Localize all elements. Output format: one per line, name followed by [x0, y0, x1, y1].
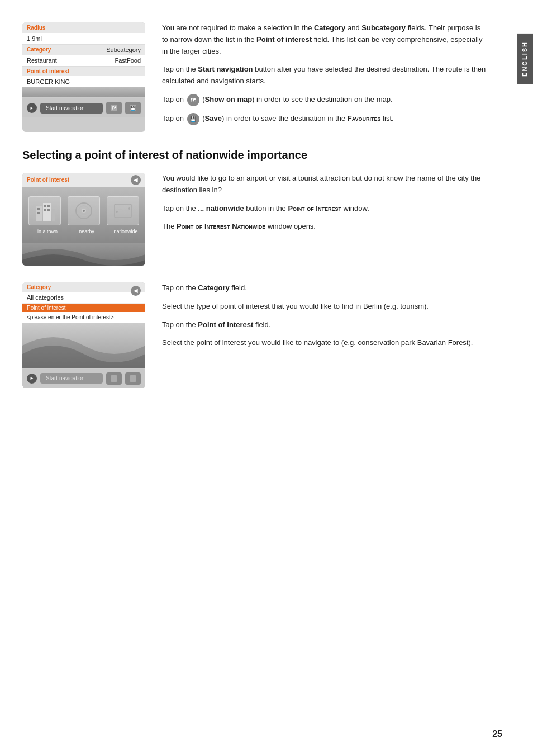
middle-right-text: You would like to go to an airport or vi… [162, 173, 488, 266]
middle-section: Point of interest ◀ [22, 173, 488, 266]
poi-value: BURGER KING [27, 78, 70, 85]
device-footer-top: ► Start navigation 🗺 💾 [22, 98, 145, 117]
cat-header-label: Category [27, 284, 51, 290]
svg-rect-11 [44, 209, 46, 211]
all-categories-value: All categories [27, 294, 64, 301]
favorites-label: Favourites [348, 114, 381, 122]
show-on-map-icon-inline: 🗺 [187, 94, 199, 106]
poi-window-label: Point of Interest [288, 204, 341, 212]
start-navigation-button[interactable]: Start navigation [40, 103, 103, 114]
device-mockup-bottom: ◀ Category All categories Point of inter… [22, 282, 145, 388]
section-heading: Selecting a point of interest of nationw… [22, 149, 488, 162]
poi-nearby[interactable]: ... nearby [68, 196, 100, 234]
page-number: 25 [492, 729, 502, 739]
poi-nationwide-window-label: Point of Interest Nationwide [177, 222, 265, 230]
poi-screen-label: Point of interest [27, 177, 69, 183]
back-arrow-bottom-icon: ◀ [131, 286, 141, 296]
poi-nearby-box [68, 196, 100, 225]
poi-screen-header: Point of interest ◀ [22, 173, 145, 187]
back-arrow-icon: ◀ [131, 175, 141, 185]
top-right-text: You are not required to make a selection… [162, 22, 488, 132]
bottom-paragraph-3: Tap on the Point of interest field. [162, 319, 488, 331]
radius-value: 1.9mi [27, 35, 42, 42]
poi-value-row: BURGER KING [22, 76, 145, 87]
svg-rect-6 [52, 209, 55, 221]
cat-poi-label-text: Point of interest [27, 305, 65, 311]
poi-in-a-town[interactable]: ... in a town [28, 196, 61, 234]
top-section: Radius 1.9mi Category Subcategory Restau… [22, 22, 488, 132]
subcategory-value: FastFood [115, 57, 141, 64]
svg-text:💾: 💾 [130, 105, 136, 111]
radius-label: Radius [27, 25, 45, 31]
middle-paragraph-3: The Point of Interest Nationwide window … [162, 221, 488, 233]
save-button-bottom[interactable] [125, 372, 141, 385]
poi-label-text: Point of interest [27, 68, 69, 74]
nav-arrow-icon: ► [27, 103, 37, 113]
poi-nationwide[interactable]: ... nationwide [107, 196, 139, 234]
device-mockup-middle: Point of interest ◀ [22, 173, 145, 266]
nav-arrow-icon-bottom: ► [27, 374, 37, 384]
device-radius-header: Radius [22, 22, 145, 33]
middle-paragraph-2: Tap on the ... nationwide button in the … [162, 203, 488, 215]
category-header: Category [27, 46, 51, 53]
cat-empty-bg [22, 323, 145, 368]
start-nav-label: Start navigation [46, 105, 85, 111]
svg-text:🗺: 🗺 [112, 106, 117, 111]
svg-rect-8 [37, 212, 40, 214]
poi-wave-bg [22, 243, 145, 266]
svg-rect-7 [37, 208, 40, 210]
svg-point-18 [116, 211, 118, 213]
poi-in-a-town-box [28, 196, 61, 225]
cat-poi-field: <please enter the Point of interest> [22, 312, 145, 323]
svg-rect-21 [130, 375, 136, 382]
svg-point-16 [83, 210, 85, 212]
cat-poi-placeholder: <please enter the Point of interest> [27, 314, 114, 320]
svg-point-19 [128, 207, 130, 210]
middle-paragraph-1: You would like to go to an airport or vi… [162, 173, 488, 196]
start-navigation-button-bottom[interactable]: Start navigation [40, 373, 103, 384]
cat-screen-header: Category [22, 282, 145, 292]
bottom-paragraph-4: Select the point of interest you would l… [162, 337, 488, 349]
top-paragraph-1: You are not required to make a selection… [162, 22, 488, 57]
bottom-paragraph-1: Tap on the Category field. [162, 282, 488, 294]
bottom-paragraph-2: Select the type of point of interest tha… [162, 301, 488, 313]
device-footer-bottom: ► Start navigation [22, 369, 145, 388]
bottom-right-text: Tap on the Category field. Select the ty… [162, 282, 488, 388]
top-paragraph-3: Tap on 🗺 (Show on map) in order to see t… [162, 94, 488, 106]
cat-poi-label: Point of interest [22, 304, 145, 312]
category-value: Restaurant [27, 57, 57, 64]
save-icon-inline: 💾 [187, 113, 199, 125]
top-paragraph-2: Tap on the Start navigation button after… [162, 64, 488, 87]
poi-nationwide-box [107, 196, 139, 225]
poi-nationwide-label: ... nationwide [108, 229, 137, 234]
top-paragraph-4: Tap on 💾 (Save) in order to save the des… [162, 113, 488, 125]
poi-nearby-label: ... nearby [73, 229, 94, 234]
poi-label: Point of interest [22, 67, 145, 76]
svg-rect-9 [44, 205, 46, 207]
poi-in-a-town-label: ... in a town [32, 229, 58, 234]
all-categories-row: All categories [22, 292, 145, 304]
poi-icons-row: ... in a town ... nearby [22, 187, 145, 243]
radius-value-row: 1.9mi [22, 33, 145, 45]
show-on-map-button[interactable]: 🗺 [106, 102, 122, 114]
save-button[interactable]: 💾 [125, 102, 141, 114]
svg-rect-20 [111, 375, 117, 382]
category-subcategory-values: Restaurant FastFood [22, 55, 145, 67]
subcategory-header: Subcategory [106, 46, 141, 53]
start-nav-label-bottom: Start navigation [46, 375, 85, 381]
svg-rect-10 [47, 205, 50, 207]
show-on-map-button-bottom[interactable] [106, 372, 122, 385]
bottom-section: ◀ Category All categories Point of inter… [22, 282, 488, 388]
sidebar-english-tab: ENGLISH [517, 34, 533, 84]
device-mockup-top: Radius 1.9mi Category Subcategory Restau… [22, 22, 145, 132]
category-subcategory-header: Category Subcategory [22, 45, 145, 55]
svg-rect-12 [47, 209, 50, 211]
